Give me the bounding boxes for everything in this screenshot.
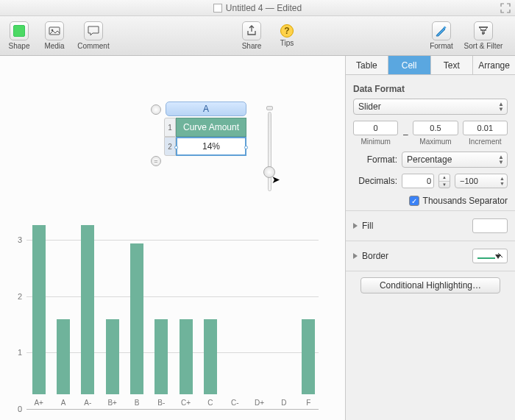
x-tick-label: F [306, 399, 310, 409]
decimals-label: Decimals: [353, 176, 397, 186]
maximum-input[interactable]: 0.5 [413, 121, 458, 135]
bar[interactable] [106, 319, 119, 394]
column-header-A[interactable]: A [166, 102, 246, 116]
bar-group: A- [76, 225, 100, 409]
chevron-updown-icon: ▲▼ [498, 102, 504, 112]
bar[interactable] [204, 319, 217, 394]
decimals-input[interactable]: 0 [402, 174, 434, 188]
inspector-panel: Table Cell Text Arrange Data Format Slid… [346, 56, 515, 420]
bar[interactable] [130, 243, 143, 394]
bar-group: D [271, 394, 296, 409]
disclosure-triangle-icon[interactable] [353, 253, 358, 259]
format-select[interactable]: Percentage ▲▼ [402, 152, 508, 168]
share-button[interactable]: Share [237, 21, 266, 50]
tab-text[interactable]: Text [431, 56, 474, 74]
document-icon [213, 4, 222, 13]
thousands-checkbox[interactable]: ✓ [409, 196, 419, 206]
x-tick-label: B+ [107, 399, 117, 409]
filter-icon [474, 21, 493, 40]
bar[interactable] [32, 225, 46, 394]
x-tick-label: D+ [255, 399, 264, 409]
cell-A2-value: 14% [202, 141, 220, 152]
shape-button[interactable]: Shape [4, 21, 34, 50]
tips-icon: ? [280, 24, 294, 38]
data-format-select[interactable]: Slider ▲▼ [353, 99, 508, 115]
bar-group: B [124, 243, 149, 409]
comment-button[interactable]: Comment [75, 21, 112, 50]
disclosure-triangle-icon[interactable] [353, 223, 358, 229]
format-icon [432, 21, 451, 40]
shape-icon [13, 25, 25, 37]
tab-cell[interactable]: Cell [388, 56, 431, 74]
bar-group: C+ [174, 319, 198, 409]
slider-column-handle[interactable] [266, 106, 273, 110]
tab-table[interactable]: Table [346, 56, 388, 74]
cell-A1[interactable]: Curve Amount [176, 118, 246, 137]
bar-chart[interactable]: 0123 A+AA-B+BB-C+CC-D+DF [7, 240, 324, 420]
fill-heading[interactable]: Fill [362, 221, 373, 231]
window-title: Untitled 4 — Edited [226, 3, 302, 13]
bar-group: D+ [247, 394, 271, 409]
stepper-down-icon[interactable]: ▼ [439, 182, 450, 188]
comment-label: Comment [77, 42, 109, 50]
bar[interactable] [81, 225, 94, 394]
bar-group: C [198, 319, 222, 409]
selection-handle[interactable] [174, 146, 178, 149]
cell-A2[interactable]: 14% [176, 137, 246, 156]
y-tick: 1 [18, 348, 22, 357]
chart-baseline [26, 409, 319, 410]
share-label: Share [242, 42, 262, 50]
tips-button[interactable]: ? Tips [272, 21, 302, 50]
bar[interactable] [154, 319, 168, 394]
chevron-updown-icon: ▲▼ [498, 154, 504, 165]
x-tick-label: B- [157, 399, 165, 409]
bar[interactable] [302, 319, 315, 394]
border-style-swatch[interactable] [472, 249, 508, 263]
x-tick-label: A [61, 399, 66, 409]
tips-label: Tips [280, 39, 294, 47]
column-header-label: A [203, 104, 209, 114]
shape-label: Shape [9, 42, 30, 50]
cursor-icon: ➤ [271, 174, 280, 185]
increment-label: Increment [469, 138, 501, 146]
canvas[interactable]: A 1 2 Curve Amount 14% = ➤ 0123 A+AA-B+B… [0, 56, 346, 420]
x-tick-label: C [207, 399, 213, 409]
negative-display-select[interactable]: −100 ▲▼ [455, 174, 508, 188]
media-button[interactable]: Media [40, 21, 69, 50]
data-format-heading: Data Format [353, 84, 508, 94]
bar-group: F [296, 319, 321, 409]
bar[interactable] [180, 319, 193, 394]
share-icon [242, 21, 261, 40]
border-heading[interactable]: Border [362, 251, 388, 261]
media-icon [45, 21, 64, 40]
minimum-label: Minimum [360, 138, 391, 146]
row-add-handle[interactable]: = [151, 156, 161, 166]
decimals-stepper[interactable]: ▲▼ [438, 174, 450, 188]
x-tick-label: C+ [181, 399, 191, 409]
x-tick-label: D [281, 399, 286, 409]
y-tick: 3 [18, 235, 22, 244]
stepper-up-icon[interactable]: ▲ [439, 174, 450, 182]
x-tick-label: A+ [34, 399, 43, 409]
table-corner-handle[interactable] [151, 104, 161, 115]
minimum-input[interactable]: 0 [353, 121, 398, 135]
format-button[interactable]: Format [427, 21, 456, 50]
selection-handle[interactable] [244, 146, 248, 149]
row-header-1[interactable]: 1 [164, 118, 176, 137]
bar-group: A [51, 319, 75, 409]
sort-filter-button[interactable]: Sort & Filter [462, 21, 505, 50]
increment-input[interactable]: 0.01 [463, 121, 508, 135]
thousands-label: Thousands Separator [423, 196, 508, 206]
bar-group: C- [223, 394, 247, 409]
format-label: Format [430, 42, 453, 50]
conditional-highlighting-button[interactable]: Conditional Highlighting… [360, 277, 500, 293]
fill-color-swatch[interactable] [472, 218, 508, 233]
tab-arrange[interactable]: Arrange [473, 56, 515, 74]
fullscreen-icon[interactable] [500, 3, 511, 13]
x-tick-label: C- [231, 399, 239, 409]
bar-group: B+ [100, 319, 124, 409]
bar[interactable] [57, 319, 70, 394]
toolbar: Shape Media Comment Share ? Tips Format … [0, 16, 515, 56]
bar-group: A+ [26, 225, 51, 409]
y-tick: 0 [18, 405, 22, 413]
